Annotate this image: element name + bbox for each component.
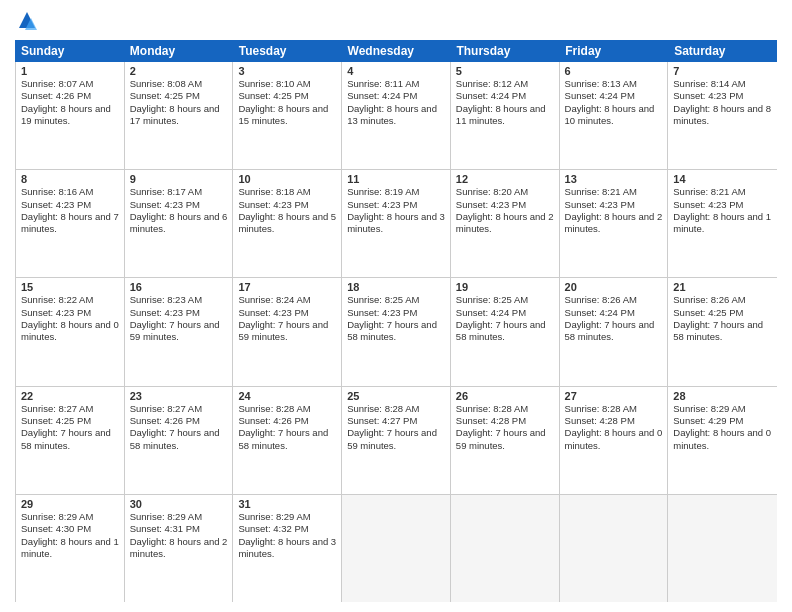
cell-info: Sunset: 4:26 PM — [238, 415, 336, 427]
day-number: 10 — [238, 173, 336, 185]
day-number: 27 — [565, 390, 663, 402]
cell-info: Sunset: 4:23 PM — [347, 307, 445, 319]
cell-info: Sunrise: 8:10 AM — [238, 78, 336, 90]
day-number: 2 — [130, 65, 228, 77]
cell-info: Sunrise: 8:12 AM — [456, 78, 554, 90]
cell-info: Sunset: 4:23 PM — [130, 307, 228, 319]
cell-info: Sunset: 4:23 PM — [673, 199, 772, 211]
cell-info: Daylight: 8 hours and 8 minutes. — [673, 103, 772, 128]
weekday-header: Sunday — [15, 40, 124, 62]
cell-info: Sunrise: 8:08 AM — [130, 78, 228, 90]
cell-info: Sunrise: 8:29 AM — [21, 511, 119, 523]
cell-info: Sunrise: 8:17 AM — [130, 186, 228, 198]
calendar-cell: 28Sunrise: 8:29 AMSunset: 4:29 PMDayligh… — [668, 387, 777, 494]
cell-info: Sunset: 4:24 PM — [456, 307, 554, 319]
day-number: 22 — [21, 390, 119, 402]
empty-cell — [342, 495, 451, 602]
cell-info: Daylight: 7 hours and 58 minutes. — [130, 427, 228, 452]
cell-info: Daylight: 7 hours and 58 minutes. — [238, 427, 336, 452]
calendar-cell: 6Sunrise: 8:13 AMSunset: 4:24 PMDaylight… — [560, 62, 669, 169]
calendar-cell: 29Sunrise: 8:29 AMSunset: 4:30 PMDayligh… — [16, 495, 125, 602]
cell-info: Sunrise: 8:11 AM — [347, 78, 445, 90]
cell-info: Sunrise: 8:29 AM — [238, 511, 336, 523]
cell-info: Daylight: 7 hours and 59 minutes. — [456, 427, 554, 452]
cell-info: Daylight: 8 hours and 3 minutes. — [238, 536, 336, 561]
day-number: 26 — [456, 390, 554, 402]
cell-info: Sunrise: 8:27 AM — [21, 403, 119, 415]
calendar-header: SundayMondayTuesdayWednesdayThursdayFrid… — [15, 40, 777, 62]
cell-info: Daylight: 8 hours and 15 minutes. — [238, 103, 336, 128]
weekday-header: Thursday — [450, 40, 559, 62]
cell-info: Sunset: 4:23 PM — [21, 307, 119, 319]
day-number: 24 — [238, 390, 336, 402]
cell-info: Sunrise: 8:28 AM — [238, 403, 336, 415]
day-number: 18 — [347, 281, 445, 293]
cell-info: Daylight: 8 hours and 7 minutes. — [21, 211, 119, 236]
weekday-header: Wednesday — [342, 40, 451, 62]
calendar-cell: 1Sunrise: 8:07 AMSunset: 4:26 PMDaylight… — [16, 62, 125, 169]
cell-info: Daylight: 8 hours and 0 minutes. — [673, 427, 772, 452]
cell-info: Daylight: 7 hours and 58 minutes. — [673, 319, 772, 344]
cell-info: Sunset: 4:27 PM — [347, 415, 445, 427]
calendar-cell: 21Sunrise: 8:26 AMSunset: 4:25 PMDayligh… — [668, 278, 777, 385]
day-number: 11 — [347, 173, 445, 185]
cell-info: Sunset: 4:24 PM — [565, 307, 663, 319]
empty-cell — [668, 495, 777, 602]
cell-info: Sunrise: 8:25 AM — [347, 294, 445, 306]
calendar-row: 29Sunrise: 8:29 AMSunset: 4:30 PMDayligh… — [16, 495, 777, 602]
cell-info: Daylight: 8 hours and 10 minutes. — [565, 103, 663, 128]
cell-info: Sunrise: 8:13 AM — [565, 78, 663, 90]
cell-info: Sunrise: 8:28 AM — [347, 403, 445, 415]
calendar-cell: 22Sunrise: 8:27 AMSunset: 4:25 PMDayligh… — [16, 387, 125, 494]
cell-info: Sunrise: 8:26 AM — [565, 294, 663, 306]
calendar-cell: 20Sunrise: 8:26 AMSunset: 4:24 PMDayligh… — [560, 278, 669, 385]
cell-info: Sunset: 4:23 PM — [565, 199, 663, 211]
cell-info: Sunset: 4:23 PM — [21, 199, 119, 211]
calendar-cell: 9Sunrise: 8:17 AMSunset: 4:23 PMDaylight… — [125, 170, 234, 277]
cell-info: Sunrise: 8:21 AM — [673, 186, 772, 198]
weekday-header: Saturday — [668, 40, 777, 62]
cell-info: Sunset: 4:28 PM — [456, 415, 554, 427]
day-number: 17 — [238, 281, 336, 293]
day-number: 31 — [238, 498, 336, 510]
logo-icon — [15, 10, 39, 34]
cell-info: Sunrise: 8:22 AM — [21, 294, 119, 306]
weekday-header: Monday — [124, 40, 233, 62]
weekday-header: Friday — [559, 40, 668, 62]
calendar-cell: 8Sunrise: 8:16 AMSunset: 4:23 PMDaylight… — [16, 170, 125, 277]
cell-info: Daylight: 8 hours and 2 minutes. — [565, 211, 663, 236]
calendar-row: 22Sunrise: 8:27 AMSunset: 4:25 PMDayligh… — [16, 387, 777, 495]
cell-info: Sunset: 4:28 PM — [565, 415, 663, 427]
day-number: 20 — [565, 281, 663, 293]
calendar-cell: 11Sunrise: 8:19 AMSunset: 4:23 PMDayligh… — [342, 170, 451, 277]
cell-info: Sunrise: 8:16 AM — [21, 186, 119, 198]
day-number: 23 — [130, 390, 228, 402]
cell-info: Sunset: 4:25 PM — [130, 90, 228, 102]
calendar-cell: 25Sunrise: 8:28 AMSunset: 4:27 PMDayligh… — [342, 387, 451, 494]
calendar-row: 8Sunrise: 8:16 AMSunset: 4:23 PMDaylight… — [16, 170, 777, 278]
cell-info: Sunset: 4:23 PM — [130, 199, 228, 211]
cell-info: Sunset: 4:25 PM — [673, 307, 772, 319]
calendar-cell: 19Sunrise: 8:25 AMSunset: 4:24 PMDayligh… — [451, 278, 560, 385]
day-number: 7 — [673, 65, 772, 77]
weekday-header: Tuesday — [233, 40, 342, 62]
calendar-cell: 30Sunrise: 8:29 AMSunset: 4:31 PMDayligh… — [125, 495, 234, 602]
cell-info: Sunrise: 8:20 AM — [456, 186, 554, 198]
cell-info: Daylight: 8 hours and 2 minutes. — [456, 211, 554, 236]
day-number: 13 — [565, 173, 663, 185]
calendar-cell: 17Sunrise: 8:24 AMSunset: 4:23 PMDayligh… — [233, 278, 342, 385]
cell-info: Daylight: 8 hours and 5 minutes. — [238, 211, 336, 236]
calendar-cell: 18Sunrise: 8:25 AMSunset: 4:23 PMDayligh… — [342, 278, 451, 385]
cell-info: Sunrise: 8:29 AM — [130, 511, 228, 523]
cell-info: Daylight: 8 hours and 17 minutes. — [130, 103, 228, 128]
header — [15, 10, 777, 34]
empty-cell — [560, 495, 669, 602]
cell-info: Sunrise: 8:24 AM — [238, 294, 336, 306]
calendar-cell: 10Sunrise: 8:18 AMSunset: 4:23 PMDayligh… — [233, 170, 342, 277]
day-number: 25 — [347, 390, 445, 402]
cell-info: Sunrise: 8:26 AM — [673, 294, 772, 306]
cell-info: Sunrise: 8:23 AM — [130, 294, 228, 306]
empty-cell — [451, 495, 560, 602]
cell-info: Daylight: 8 hours and 11 minutes. — [456, 103, 554, 128]
cell-info: Daylight: 8 hours and 1 minute. — [21, 536, 119, 561]
